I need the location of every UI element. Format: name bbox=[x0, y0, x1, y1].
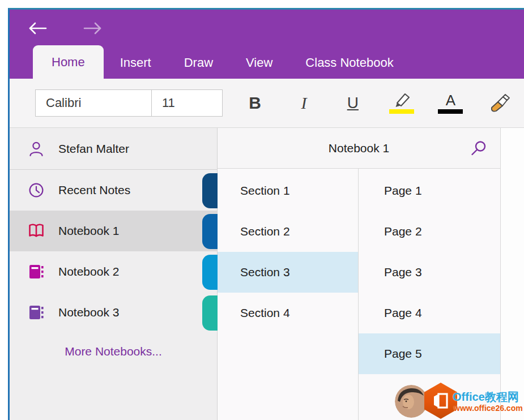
more-notebooks-button[interactable]: More Notebooks... bbox=[10, 333, 217, 370]
highlighter-button[interactable] bbox=[377, 84, 426, 122]
section-color-tab[interactable] bbox=[202, 255, 218, 290]
tab-insert[interactable]: Insert bbox=[104, 47, 168, 79]
format-painter-button[interactable] bbox=[475, 84, 524, 122]
bold-button[interactable]: B bbox=[231, 84, 279, 122]
section-color-tab[interactable] bbox=[202, 295, 218, 331]
person-icon bbox=[27, 140, 45, 157]
back-button[interactable] bbox=[28, 22, 47, 35]
clock-icon bbox=[27, 182, 45, 198]
sidebar-item-label: Notebook 3 bbox=[58, 306, 119, 319]
navigation-sidebar: Stefan Malter Recent Notes Notebook 1 No… bbox=[10, 128, 217, 420]
sidebar-item-notebook-3[interactable]: Notebook 3 bbox=[10, 292, 217, 333]
open-notebook-icon bbox=[27, 223, 45, 239]
section-page-panes: Section 1 Section 2 Section 3 Secti bbox=[218, 169, 500, 420]
section-label: Section 2 bbox=[240, 225, 290, 238]
underline-icon: U bbox=[347, 94, 359, 112]
page-label: Page 3 bbox=[384, 265, 422, 279]
tab-class-notebook[interactable]: Class Notebook bbox=[289, 47, 410, 79]
closed-notebook-icon bbox=[27, 305, 45, 320]
page-canvas bbox=[500, 128, 524, 420]
page-label: Page 4 bbox=[384, 306, 422, 320]
section-row-2[interactable]: Section 2 bbox=[218, 211, 358, 252]
section-row-3[interactable]: Section 3 bbox=[218, 252, 358, 293]
page-row-2[interactable]: Page 2 bbox=[359, 211, 500, 252]
page-row-4[interactable]: Page 4 bbox=[359, 293, 500, 333]
sidebar-item-notebook-1[interactable]: Notebook 1 bbox=[10, 211, 217, 251]
notebook-pane: Notebook 1 Section 1 Section 2 bbox=[217, 128, 500, 420]
font-name-select[interactable]: Calibri bbox=[35, 89, 152, 117]
sidebar-item-notebook-2[interactable]: Notebook 2 bbox=[10, 251, 217, 292]
italic-button[interactable]: I bbox=[279, 84, 328, 122]
highlighter-icon bbox=[392, 92, 411, 108]
closed-notebook-icon bbox=[27, 264, 45, 280]
font-color-icon: A bbox=[446, 93, 455, 108]
sidebar-item-recent-notes[interactable]: Recent Notes bbox=[10, 170, 217, 211]
italic-icon: I bbox=[301, 93, 306, 113]
section-row-4[interactable]: Section 4 bbox=[218, 293, 358, 333]
format-button-group: B I U A bbox=[231, 84, 524, 122]
sections-list: Section 1 Section 2 Section 3 Secti bbox=[218, 169, 358, 420]
pages-list: Page 1 Page 2 Page 3 Page 4 Page 5 bbox=[358, 169, 500, 420]
section-color-tab[interactable] bbox=[202, 173, 218, 208]
page-label: Page 2 bbox=[384, 225, 422, 238]
tab-draw[interactable]: Draw bbox=[168, 47, 229, 79]
sidebar-item-label: Recent Notes bbox=[58, 183, 130, 197]
sidebar-item-label: Notebook 2 bbox=[58, 265, 119, 278]
page-row-3[interactable]: Page 3 bbox=[359, 252, 500, 293]
main-area: Stefan Malter Recent Notes Notebook 1 No… bbox=[10, 128, 524, 420]
tab-view[interactable]: View bbox=[229, 47, 289, 79]
ribbon-tab-bar: Home Insert Draw View Class Notebook bbox=[10, 47, 524, 79]
format-painter-icon bbox=[489, 93, 510, 113]
formatting-toolbar: Calibri 11 B I U A bbox=[10, 79, 524, 128]
font-color-button[interactable]: A bbox=[426, 84, 475, 122]
tab-home[interactable]: Home bbox=[33, 45, 104, 79]
highlight-color-bar bbox=[389, 109, 414, 114]
sidebar-item-label: Notebook 1 bbox=[58, 224, 119, 238]
section-row-1[interactable]: Section 1 bbox=[218, 170, 358, 211]
page-row-1[interactable]: Page 1 bbox=[359, 170, 500, 211]
title-bar bbox=[10, 10, 524, 47]
forward-arrow-icon bbox=[83, 22, 103, 35]
bold-icon: B bbox=[249, 93, 261, 113]
search-icon bbox=[470, 139, 488, 157]
notebook-title: Notebook 1 bbox=[329, 142, 389, 155]
user-name: Stefan Malter bbox=[58, 142, 129, 156]
section-label: Section 1 bbox=[240, 184, 290, 198]
section-label: Section 3 bbox=[240, 265, 290, 279]
page-row-5[interactable]: Page 5 bbox=[359, 333, 500, 374]
font-size-select[interactable]: 11 bbox=[151, 89, 223, 117]
account-button[interactable]: Stefan Malter bbox=[10, 128, 217, 170]
notebook-header: Notebook 1 bbox=[218, 128, 500, 169]
section-color-tab[interactable] bbox=[202, 214, 218, 249]
page-label: Page 5 bbox=[384, 347, 422, 361]
search-button[interactable] bbox=[470, 139, 488, 157]
onenote-window: Home Insert Draw View Class Notebook Cal… bbox=[8, 8, 524, 420]
page-label: Page 1 bbox=[384, 184, 422, 198]
back-arrow-icon bbox=[28, 22, 47, 35]
underline-button[interactable]: U bbox=[329, 84, 377, 122]
font-color-bar bbox=[438, 109, 463, 114]
forward-button[interactable] bbox=[83, 22, 103, 35]
section-label: Section 4 bbox=[240, 306, 290, 320]
content-area: Notebook 1 Section 1 Section 2 bbox=[217, 128, 524, 420]
